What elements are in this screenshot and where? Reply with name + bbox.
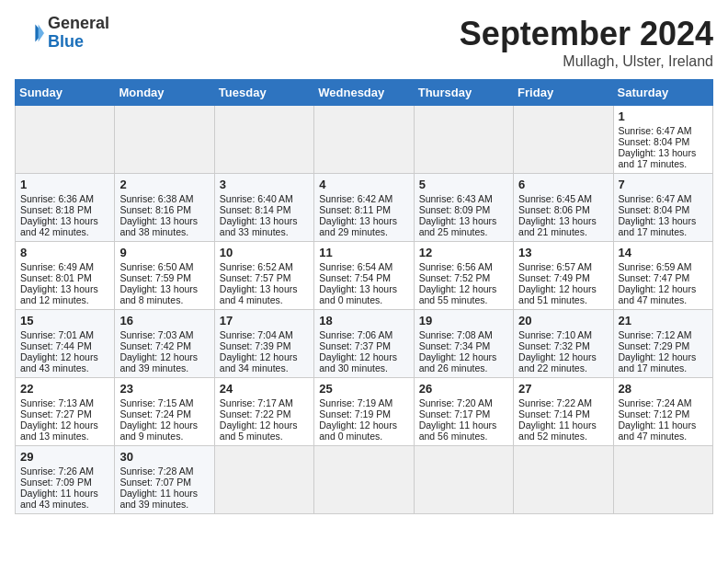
daylight: Daylight: 13 hours and 17 minutes. <box>619 215 697 237</box>
calendar-cell <box>414 446 513 514</box>
sunrise: Sunrise: 6:49 AM <box>20 261 94 272</box>
sunrise: Sunrise: 6:45 AM <box>518 193 592 204</box>
daylight: Daylight: 12 hours and 43 minutes. <box>20 351 98 373</box>
calendar-cell <box>214 106 313 174</box>
sunset: Sunset: 7:52 PM <box>419 272 491 283</box>
daylight: Daylight: 13 hours and 12 minutes. <box>20 283 98 305</box>
sunrise: Sunrise: 6:57 AM <box>518 261 592 272</box>
sunset: Sunset: 7:32 PM <box>518 340 590 351</box>
location: Mullagh, Ulster, Ireland <box>460 53 713 70</box>
daylight: Daylight: 12 hours and 5 minutes. <box>220 419 298 442</box>
calendar-table: SundayMondayTuesdayWednesdayThursdayFrid… <box>15 79 713 514</box>
sunset: Sunset: 7:37 PM <box>319 340 391 351</box>
sunrise: Sunrise: 6:40 AM <box>220 193 293 204</box>
calendar-cell: 21Sunrise: 7:12 AMSunset: 7:29 PMDayligh… <box>613 310 712 378</box>
daylight: Daylight: 12 hours and 9 minutes. <box>119 419 198 442</box>
day-number: 13 <box>518 246 608 259</box>
daylight: Daylight: 13 hours and 29 minutes. <box>319 215 397 237</box>
daylight: Daylight: 11 hours and 43 minutes. <box>20 488 98 510</box>
day-number: 19 <box>419 314 508 327</box>
day-number: 3 <box>220 178 309 191</box>
sunrise: Sunrise: 7:10 AM <box>518 329 592 340</box>
daylight: Daylight: 11 hours and 52 minutes. <box>518 419 597 442</box>
day-number: 17 <box>220 314 309 327</box>
sunset: Sunset: 7:07 PM <box>119 477 191 488</box>
calendar-cell: 12Sunrise: 6:56 AMSunset: 7:52 PMDayligh… <box>414 242 513 310</box>
day-number: 10 <box>220 246 309 259</box>
sunrise: Sunrise: 6:59 AM <box>619 261 692 272</box>
calendar-week-2: 8Sunrise: 6:49 AMSunset: 8:01 PMDaylight… <box>16 242 713 310</box>
day-number: 9 <box>119 246 209 259</box>
calendar-cell: 5Sunrise: 6:43 AMSunset: 8:09 PMDaylight… <box>414 174 513 242</box>
day-number: 18 <box>319 314 408 327</box>
daylight: Daylight: 13 hours and 8 minutes. <box>119 283 198 305</box>
calendar-week-0: 1Sunrise: 6:47 AMSunset: 8:04 PMDaylight… <box>16 106 713 174</box>
day-number: 15 <box>20 314 109 327</box>
calendar-cell: 1Sunrise: 6:47 AMSunset: 8:04 PMDaylight… <box>613 106 712 174</box>
sunrise: Sunrise: 6:47 AM <box>619 125 692 136</box>
calendar-week-4: 22Sunrise: 7:13 AMSunset: 7:27 PMDayligh… <box>16 378 713 446</box>
sunset: Sunset: 7:22 PM <box>220 408 291 419</box>
daylight: Daylight: 13 hours and 25 minutes. <box>419 215 497 237</box>
daylight: Daylight: 12 hours and 17 minutes. <box>619 351 697 373</box>
page-header: General Blue September 2024 Mullagh, Uls… <box>15 15 713 70</box>
calendar-cell <box>613 446 712 514</box>
col-header-tuesday: Tuesday <box>214 80 313 106</box>
sunrise: Sunrise: 7:19 AM <box>319 397 392 408</box>
calendar-cell <box>115 106 214 174</box>
sunset: Sunset: 8:18 PM <box>20 204 92 215</box>
day-number: 1 <box>619 109 708 123</box>
calendar-cell: 23Sunrise: 7:15 AMSunset: 7:24 PMDayligh… <box>115 378 214 446</box>
calendar-cell: 6Sunrise: 6:45 AMSunset: 8:06 PMDaylight… <box>514 174 613 242</box>
daylight: Daylight: 13 hours and 33 minutes. <box>220 215 298 237</box>
svg-marker-1 <box>39 24 44 41</box>
daylight: Daylight: 12 hours and 55 minutes. <box>419 283 497 305</box>
day-number: 14 <box>619 246 708 259</box>
calendar-cell: 26Sunrise: 7:20 AMSunset: 7:17 PMDayligh… <box>414 378 513 446</box>
sunrise: Sunrise: 6:50 AM <box>119 261 193 272</box>
day-number: 21 <box>619 314 708 327</box>
sunrise: Sunrise: 6:54 AM <box>319 261 392 272</box>
sunset: Sunset: 7:47 PM <box>619 272 690 283</box>
sunrise: Sunrise: 7:20 AM <box>419 397 493 408</box>
daylight: Daylight: 12 hours and 26 minutes. <box>419 351 497 373</box>
sunset: Sunset: 7:14 PM <box>518 408 590 419</box>
calendar-cell: 28Sunrise: 7:24 AMSunset: 7:12 PMDayligh… <box>613 378 712 446</box>
daylight: Daylight: 11 hours and 39 minutes. <box>119 488 198 510</box>
sunset: Sunset: 8:04 PM <box>619 204 690 215</box>
daylight: Daylight: 12 hours and 22 minutes. <box>518 351 597 373</box>
sunrise: Sunrise: 6:52 AM <box>220 261 293 272</box>
calendar-cell: 9Sunrise: 6:50 AMSunset: 7:59 PMDaylight… <box>115 242 214 310</box>
logo: General Blue <box>15 15 109 52</box>
logo-blue-text: Blue <box>48 32 84 51</box>
calendar-cell: 13Sunrise: 6:57 AMSunset: 7:49 PMDayligh… <box>514 242 613 310</box>
sunset: Sunset: 8:09 PM <box>419 204 491 215</box>
sunrise: Sunrise: 7:03 AM <box>119 329 193 340</box>
calendar-cell <box>514 446 613 514</box>
calendar-cell <box>314 446 414 514</box>
daylight: Daylight: 12 hours and 13 minutes. <box>20 419 98 442</box>
calendar-cell <box>16 106 115 174</box>
calendar-cell: 14Sunrise: 6:59 AMSunset: 7:47 PMDayligh… <box>613 242 712 310</box>
calendar-cell: 25Sunrise: 7:19 AMSunset: 7:19 PMDayligh… <box>314 378 414 446</box>
calendar-cell <box>214 446 313 514</box>
sunset: Sunset: 8:11 PM <box>319 204 391 215</box>
calendar-cell: 15Sunrise: 7:01 AMSunset: 7:44 PMDayligh… <box>16 310 115 378</box>
sunset: Sunset: 7:12 PM <box>619 408 690 419</box>
sunset: Sunset: 7:39 PM <box>220 340 291 351</box>
sunset: Sunset: 8:16 PM <box>119 204 191 215</box>
daylight: Daylight: 12 hours and 0 minutes. <box>319 419 397 442</box>
sunset: Sunset: 7:44 PM <box>20 340 92 351</box>
daylight: Daylight: 13 hours and 38 minutes. <box>119 215 198 237</box>
col-header-friday: Friday <box>514 80 613 106</box>
day-number: 24 <box>220 382 309 396</box>
calendar-cell <box>514 106 613 174</box>
calendar-cell: 17Sunrise: 7:04 AMSunset: 7:39 PMDayligh… <box>214 310 313 378</box>
daylight: Daylight: 11 hours and 56 minutes. <box>419 419 497 442</box>
calendar-week-1: 1Sunrise: 6:36 AMSunset: 8:18 PMDaylight… <box>16 174 713 242</box>
day-number: 6 <box>518 178 608 191</box>
calendar-cell: 20Sunrise: 7:10 AMSunset: 7:32 PMDayligh… <box>514 310 613 378</box>
day-number: 2 <box>119 178 209 191</box>
sunset: Sunset: 7:57 PM <box>220 272 291 283</box>
sunset: Sunset: 7:29 PM <box>619 340 690 351</box>
